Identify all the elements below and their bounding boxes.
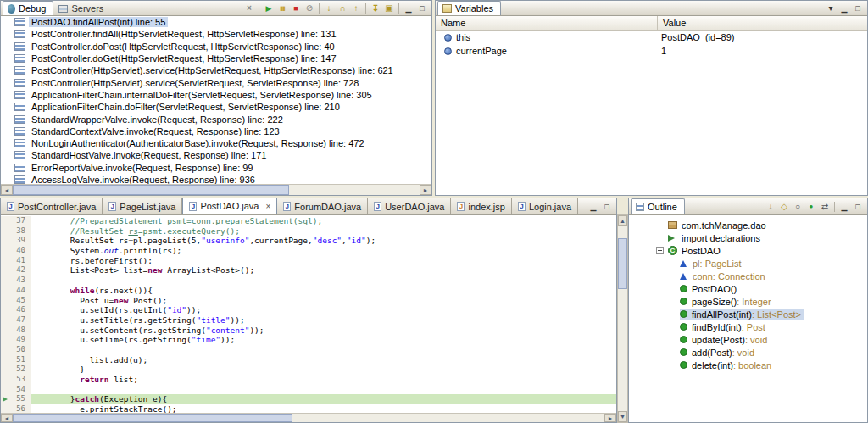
- code-editor[interactable]: 37 //PreparedStatement psmt=conn.prepare…: [1, 216, 616, 413]
- hide-static-icon[interactable]: ○: [791, 200, 804, 213]
- scroll-right-icon[interactable]: ►: [604, 414, 616, 422]
- editor-tab[interactable]: index.jsp: [451, 198, 511, 214]
- editor-hscrollbar[interactable]: ◄ ►: [1, 413, 616, 422]
- stack-frame[interactable]: ApplicationFilterChain.doFilter(ServletR…: [1, 101, 431, 113]
- tab-variables[interactable]: Variables: [437, 1, 501, 15]
- terminate-icon[interactable]: ■: [289, 2, 303, 14]
- minimize-icon[interactable]: ▁: [837, 200, 851, 213]
- scroll-left-icon[interactable]: ◄: [1, 185, 13, 195]
- step-return-icon[interactable]: ↑: [349, 2, 363, 14]
- resume-icon[interactable]: ▶: [262, 2, 275, 14]
- outline-item[interactable]: findAllPost(int) : List<Post>: [629, 308, 867, 320]
- remove-terminated-icon[interactable]: ×: [242, 2, 256, 14]
- stack-frame[interactable]: PostDAO.findAllPost(int) line: 55: [1, 16, 431, 28]
- editor-vscrollbar[interactable]: ▲ ▼: [617, 214, 628, 423]
- scroll-right-icon[interactable]: ►: [420, 185, 431, 195]
- code-text[interactable]: }: [31, 365, 616, 375]
- outline-item[interactable]: import declarations: [629, 231, 867, 244]
- code-text[interactable]: e.printStackTrace();: [31, 404, 616, 413]
- code-text[interactable]: rs.beforeFirst();: [31, 256, 616, 266]
- expander-icon[interactable]: [656, 247, 664, 254]
- suspend-icon[interactable]: ▮▮: [275, 2, 289, 14]
- code-text[interactable]: //PreparedStatement psmt=conn.prepareSta…: [31, 216, 616, 226]
- variable-row[interactable]: thisPostDAO (id=89): [436, 31, 867, 44]
- code-text[interactable]: List<Post> list=new ArrayList<Post>();: [31, 265, 616, 276]
- disconnect-icon[interactable]: ⊘: [303, 2, 316, 14]
- code-text[interactable]: u.setContent(rs.getString("content"));: [31, 326, 616, 336]
- stack-frame[interactable]: PostController(HttpServlet).service(Serv…: [1, 76, 431, 88]
- scroll-left-icon[interactable]: ◄: [1, 414, 13, 422]
- scroll-track[interactable]: [618, 226, 627, 411]
- editor-tab[interactable]: Login.java: [512, 198, 578, 214]
- minimize-icon[interactable]: ▁: [587, 200, 600, 213]
- code-text[interactable]: [31, 345, 616, 355]
- stack-frame[interactable]: StandardContextValve.invoke(Request, Res…: [1, 125, 431, 137]
- outline-item[interactable]: findById(int) : Post: [629, 320, 867, 333]
- outline-item[interactable]: conn : Connection: [629, 270, 867, 282]
- tab-servers[interactable]: Servers: [53, 1, 111, 15]
- scroll-thumb[interactable]: [13, 414, 292, 422]
- code-text[interactable]: System.out.println(rs);: [31, 246, 616, 256]
- outline-item[interactable]: delete(int) : boolean: [629, 359, 867, 371]
- outline-item[interactable]: pl : PageList: [629, 257, 867, 270]
- stack-frame[interactable]: ApplicationFilterChain.internalDoFilter(…: [1, 89, 431, 101]
- step-into-icon[interactable]: ↓: [322, 2, 336, 14]
- code-text[interactable]: [31, 385, 616, 395]
- link-editor-icon[interactable]: ⇄: [818, 200, 832, 213]
- minimize-icon[interactable]: ▁: [837, 2, 851, 14]
- maximize-icon[interactable]: □: [851, 2, 865, 14]
- editor-tab[interactable]: PostController.java: [1, 198, 103, 214]
- stack-frame[interactable]: ErrorReportValve.invoke(Request, Respons…: [1, 162, 431, 174]
- code-text[interactable]: ResultSet rs=pl.pageList(5,"userinfo",cu…: [31, 236, 616, 246]
- hide-non-public-icon[interactable]: ●: [804, 200, 818, 213]
- stack-frame[interactable]: StandardHostValve.invoke(Request, Respon…: [1, 149, 431, 161]
- code-text[interactable]: while(rs.next()){: [31, 286, 616, 296]
- stack-frame[interactable]: NonLoginAuthenticator(AuthenticatorBase)…: [1, 137, 431, 149]
- sort-icon[interactable]: ↓: [764, 200, 777, 213]
- editor-tab[interactable]: PageList.java: [103, 198, 182, 214]
- scroll-track[interactable]: [13, 185, 420, 195]
- editor-tab[interactable]: ForumDAO.java: [277, 198, 368, 214]
- drop-to-frame-icon[interactable]: ↧: [369, 2, 382, 14]
- code-text[interactable]: u.setTime(rs.getString("time"));: [31, 335, 616, 345]
- view-menu-icon[interactable]: ▾: [824, 2, 837, 14]
- column-header-value[interactable]: Value: [658, 18, 686, 28]
- column-header-name[interactable]: Name: [436, 16, 658, 30]
- hide-fields-icon[interactable]: ◇: [777, 200, 791, 213]
- editor-tab[interactable]: UserDAO.java: [368, 198, 451, 214]
- outline-item[interactable]: PostDAO(): [629, 282, 867, 295]
- scroll-thumb[interactable]: [13, 185, 289, 195]
- stack-frame[interactable]: StandardWrapperValve.invoke(Request, Res…: [1, 113, 431, 125]
- outline-item[interactable]: pageSize() : Integer: [629, 295, 867, 308]
- stack-frame[interactable]: PostController.findAll(HttpServletReques…: [1, 28, 431, 40]
- editor-tab[interactable]: PostDAO.java×: [182, 198, 277, 214]
- tab-debug[interactable]: Debug: [3, 1, 53, 15]
- scroll-thumb[interactable]: [618, 238, 627, 289]
- code-text[interactable]: return list;: [31, 375, 616, 385]
- scroll-down-icon[interactable]: ▼: [618, 411, 627, 422]
- outline-item[interactable]: PostDAO: [629, 244, 867, 257]
- code-text[interactable]: [31, 276, 616, 286]
- scroll-up-icon[interactable]: ▲: [618, 215, 627, 226]
- code-text[interactable]: //ResultSet rs=psmt.executeQuery();: [31, 226, 616, 237]
- debug-hscrollbar[interactable]: ◄ ►: [1, 184, 431, 195]
- stack-frame[interactable]: PostController.doPost(HttpServletRequest…: [1, 41, 431, 53]
- step-filters-icon[interactable]: ▣: [382, 2, 396, 14]
- maximize-icon[interactable]: □: [851, 200, 865, 213]
- maximize-icon[interactable]: □: [600, 200, 614, 213]
- step-over-icon[interactable]: ∩: [336, 2, 349, 14]
- code-text[interactable]: u.setTitle(rs.getString("title"));: [31, 315, 616, 326]
- outline-item[interactable]: add(Post) : void: [629, 346, 867, 359]
- stack-frame[interactable]: PostController.doGet(HttpServletRequest,…: [1, 53, 431, 64]
- tab-outline[interactable]: Outline: [631, 198, 685, 214]
- scroll-track[interactable]: [13, 414, 604, 422]
- stack-frame[interactable]: PostController(HttpServlet).service(Http…: [1, 64, 431, 76]
- variable-row[interactable]: currentPage1: [436, 44, 867, 58]
- code-text[interactable]: Post u=new Post();: [31, 296, 616, 306]
- minimize-icon[interactable]: ▁: [402, 2, 415, 14]
- outline-item[interactable]: update(Post) : void: [629, 333, 867, 346]
- code-text[interactable]: list.add(u);: [31, 355, 616, 365]
- maximize-icon[interactable]: □: [415, 2, 429, 14]
- stack-frame[interactable]: AccessLogValve.invoke(Request, Response)…: [1, 174, 431, 184]
- outline-item[interactable]: com.tchManage.dao: [629, 219, 867, 231]
